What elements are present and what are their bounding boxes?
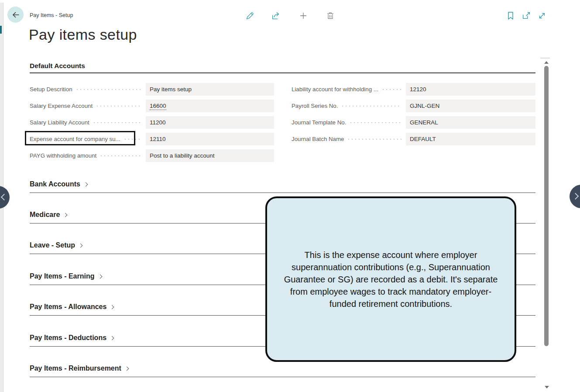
delete-button[interactable] [325, 10, 336, 21]
next-record-button[interactable] [570, 185, 580, 208]
section-label: Leave - Setup [30, 241, 75, 249]
payg-withholding-amount-select[interactable]: Post to a liability account [146, 149, 274, 162]
field-liability-account-withholding: Liability account for withholding ... 12… [292, 83, 535, 96]
field-label: Payroll Series No. [292, 103, 338, 109]
salary-liability-account-input[interactable]: 11200 [146, 116, 274, 129]
previous-record-button[interactable] [0, 186, 10, 209]
chevron-left-icon [1, 194, 8, 201]
chevron-right-icon [124, 367, 129, 371]
share-button[interactable] [271, 10, 281, 21]
new-button[interactable] [298, 10, 309, 21]
section-toggle-pay-items-deductions[interactable]: Pay Items - Deductions [30, 333, 113, 343]
chevron-right-icon [98, 275, 102, 279]
group-header-default-accounts: Default Accounts [30, 62, 85, 70]
field-payg-withholding-amount: PAYG withholding amount Post to a liabil… [30, 149, 274, 162]
chevron-right-icon [79, 244, 83, 248]
edit-button[interactable] [244, 10, 255, 21]
dotted-leader [125, 139, 141, 140]
section-label: Pay Items - Reimbursement [30, 364, 121, 372]
plus-icon [299, 11, 308, 21]
payroll-series-no-input[interactable]: GJNL-GEN [406, 100, 535, 112]
salary-expense-account-input[interactable]: 16600 [146, 100, 274, 112]
field-setup-description: Setup Descrition Pay items setup [30, 83, 274, 96]
section-pay-items-reimbursement: Pay Items - Reimbursement [30, 364, 535, 377]
tooltip-callout: This is the expense account where employ… [265, 196, 516, 362]
field-journal-template-no: Journal Template No. GENERAL [292, 116, 535, 129]
field-label: Salary Liability Account [30, 119, 89, 126]
section-toggle-pay-items-reimbursement[interactable]: Pay Items - Reimbursement [30, 364, 128, 373]
field-label: Expense account for company su... [30, 136, 120, 142]
chevron-right-icon [83, 182, 88, 187]
dotted-leader [101, 155, 141, 156]
open-in-new-window-button[interactable] [521, 10, 532, 21]
section-toggle-medicare[interactable]: Medicare [30, 210, 67, 220]
section-divider [30, 377, 535, 377]
expand-diagonal-icon [538, 11, 546, 20]
chevron-right-icon [572, 193, 579, 200]
chevron-right-icon [110, 305, 114, 309]
section-label: Medicare [30, 211, 60, 219]
left-edge-remnant [0, 26, 2, 34]
expense-account-company-super-input[interactable]: 12110 [146, 133, 274, 145]
scrollbar-up-arrow[interactable] [544, 61, 549, 64]
section-label: Bank Accounts [30, 180, 80, 188]
scrollbar-thumb[interactable] [544, 66, 549, 346]
dotted-leader [342, 106, 402, 107]
liability-account-withholding-input[interactable]: 12120 [406, 83, 535, 96]
back-button[interactable] [7, 7, 24, 23]
section-toggle-pay-items-earning[interactable]: Pay Items - Earning [30, 272, 102, 281]
section-divider [30, 193, 535, 193]
default-accounts-right-column: Liability account for withholding ... 12… [292, 83, 535, 149]
field-salary-expense-account: Salary Expense Account 16600 [30, 100, 274, 112]
dotted-leader [350, 122, 402, 123]
tooltip-text: This is the expense account where employ… [278, 249, 504, 310]
dotted-leader [348, 139, 402, 140]
section-label: Pay Items - Allowances [30, 303, 106, 311]
field-label: Liability account for withholding ... [292, 86, 378, 93]
bookmark-button[interactable] [505, 10, 516, 21]
chevron-right-icon [110, 336, 114, 340]
field-label: Journal Batch Name [292, 136, 344, 142]
account-link[interactable]: 16600 [150, 102, 166, 110]
dotted-leader [97, 106, 141, 107]
section-toggle-leave-setup[interactable]: Leave - Setup [30, 241, 82, 250]
scrollbar-down-arrow[interactable] [545, 386, 549, 389]
page-title: Pay items setup [29, 26, 137, 43]
default-accounts-left-column: Setup Descrition Pay items setup Salary … [30, 83, 274, 166]
field-label: Setup Descrition [30, 86, 72, 93]
journal-template-no-input[interactable]: GENERAL [406, 116, 535, 129]
chevron-right-icon [63, 213, 68, 217]
section-label: Pay Items - Earning [30, 272, 95, 280]
field-label: Salary Expense Account [30, 103, 93, 109]
trash-icon [326, 11, 335, 20]
field-expense-account-company-super: Expense account for company su... 12110 [30, 133, 274, 145]
journal-batch-name-input[interactable]: DEFAULT [406, 133, 535, 145]
pencil-icon [245, 11, 254, 21]
breadcrumb: Pay Items - Setup [30, 12, 73, 18]
share-icon [271, 11, 281, 21]
scroll-area-top-edge [540, 58, 550, 58]
bookmark-icon [507, 11, 515, 20]
field-payroll-series-no: Payroll Series No. GJNL-GEN [292, 100, 535, 112]
section-bank-accounts: Bank Accounts [30, 179, 535, 193]
field-journal-batch-name: Journal Batch Name DEFAULT [292, 133, 535, 145]
section-toggle-pay-items-allowances[interactable]: Pay Items - Allowances [30, 302, 113, 312]
section-label: Pay Items - Deductions [30, 334, 106, 342]
expand-button[interactable] [537, 10, 547, 21]
setup-description-input[interactable]: Pay items setup [146, 83, 274, 96]
open-in-new-window-icon [522, 11, 531, 20]
field-salary-liability-account: Salary Liability Account 11200 [30, 116, 274, 129]
field-label: PAYG withholding amount [30, 152, 96, 159]
dotted-leader [383, 89, 402, 90]
pay-items-setup-page: Pay Items - Setup [0, 0, 580, 392]
dotted-leader [94, 122, 141, 123]
field-label: Journal Template No. [292, 119, 346, 126]
section-toggle-bank-accounts[interactable]: Bank Accounts [30, 179, 87, 189]
back-arrow-icon [11, 10, 20, 19]
dotted-leader [77, 89, 141, 90]
group-divider [30, 72, 535, 73]
